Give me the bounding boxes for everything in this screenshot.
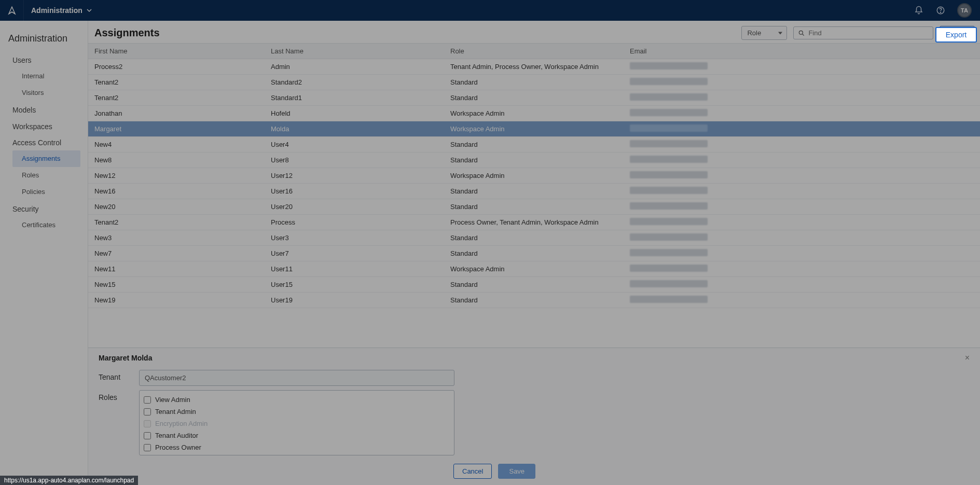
nav-group[interactable]: Access Control — [0, 134, 88, 150]
nav-group[interactable]: Users — [0, 51, 88, 68]
column-header[interactable]: Last Name — [265, 44, 444, 59]
table-row[interactable]: New19User19Standard — [88, 293, 980, 308]
table-row[interactable]: New16User16Standard — [88, 184, 980, 199]
table-row[interactable]: New4User4Standard — [88, 137, 980, 153]
role-option-label: View Admin — [155, 396, 190, 404]
role-checkbox[interactable] — [144, 396, 151, 404]
nav-item[interactable]: Internal — [0, 68, 88, 85]
table-row[interactable]: New3User3Standard — [88, 230, 980, 246]
role-filter-dropdown[interactable]: Role — [741, 26, 787, 40]
role-option: Encryption Admin — [143, 418, 451, 429]
table-cell: User16 — [265, 184, 444, 199]
role-checkbox[interactable] — [144, 408, 151, 415]
table-row[interactable]: Tenant2Standard1Standard — [88, 90, 980, 106]
email-cell — [624, 246, 980, 261]
table-row[interactable]: New8User8Standard — [88, 153, 980, 168]
help-icon[interactable] — [935, 5, 946, 16]
table-row[interactable]: New11User11Workspace Admin — [88, 261, 980, 277]
role-option[interactable]: Tenant Auditor — [143, 429, 451, 441]
email-cell — [624, 90, 980, 106]
table-cell: User20 — [265, 199, 444, 215]
nav-group[interactable]: Workspaces — [0, 118, 88, 134]
table-cell: New4 — [88, 137, 265, 153]
table-cell: Process2 — [88, 59, 265, 75]
email-cell — [624, 75, 980, 90]
table-cell: Standard — [444, 75, 624, 90]
column-header[interactable]: First Name — [88, 44, 265, 59]
app-logo[interactable] — [0, 0, 24, 21]
role-option[interactable]: Tenant Admin — [143, 406, 451, 418]
close-icon[interactable]: × — [965, 353, 970, 363]
topbar: Administration TA — [0, 0, 980, 21]
role-option[interactable]: Process Owner — [143, 441, 451, 453]
nav-item[interactable]: Policies — [0, 184, 88, 200]
redacted-email — [630, 296, 708, 303]
nav-item[interactable]: Assignments — [12, 150, 80, 167]
roles-listbox[interactable]: View AdminTenant AdminEncryption AdminTe… — [139, 390, 454, 455]
table-cell: Margaret — [88, 121, 265, 137]
save-button[interactable]: Save — [498, 464, 535, 479]
nav-item[interactable]: Visitors — [0, 85, 88, 101]
table-cell: Standard — [444, 153, 624, 168]
table-row[interactable]: Process2AdminTenant Admin, Process Owner… — [88, 59, 980, 75]
role-option-label: Tenant Admin — [155, 408, 196, 415]
role-checkbox[interactable] — [144, 444, 151, 451]
redacted-email — [630, 171, 708, 178]
table-cell: User7 — [265, 246, 444, 261]
role-checkbox[interactable] — [144, 432, 151, 439]
email-cell — [624, 106, 980, 121]
nav-item[interactable]: Certificates — [0, 217, 88, 233]
tenant-input[interactable] — [139, 370, 454, 386]
table-cell: Tenant2 — [88, 215, 265, 230]
notifications-icon[interactable] — [914, 5, 924, 16]
table-cell: Standard — [444, 277, 624, 293]
column-header[interactable]: Email — [624, 44, 980, 59]
nav-group[interactable]: Models — [0, 101, 88, 118]
table-cell: User12 — [265, 168, 444, 184]
redacted-email — [630, 280, 708, 287]
column-header[interactable]: Role — [444, 44, 624, 59]
email-cell — [624, 184, 980, 199]
detail-panel: Margaret Molda × Tenant Roles View Admin… — [88, 348, 980, 485]
detail-user-name: Margaret Molda — [99, 354, 152, 362]
table-cell: User3 — [265, 230, 444, 246]
table-cell: Admin — [265, 59, 444, 75]
content: Assignments Role Export First NameLast N… — [88, 21, 980, 485]
nav-item[interactable]: Roles — [0, 167, 88, 184]
table-cell: New20 — [88, 199, 265, 215]
email-cell — [624, 199, 980, 215]
table-row[interactable]: New7User7Standard — [88, 246, 980, 261]
email-cell — [624, 293, 980, 308]
export-button-highlight[interactable]: Export — [935, 27, 977, 43]
table-cell: Standard — [444, 199, 624, 215]
table-row[interactable]: New20User20Standard — [88, 199, 980, 215]
table-row[interactable]: MargaretMoldaWorkspace Admin — [88, 121, 980, 137]
app-nav-dropdown[interactable]: Administration — [24, 6, 92, 15]
search-input[interactable] — [808, 29, 929, 37]
table-cell: User11 — [265, 261, 444, 277]
table-row[interactable]: Tenant2Standard2Standard — [88, 75, 980, 90]
table-row[interactable]: JonathanHofeldWorkspace Admin — [88, 106, 980, 121]
cancel-button[interactable]: Cancel — [453, 464, 492, 479]
email-cell — [624, 230, 980, 246]
table-cell: Tenant Admin, Process Owner, Workspace A… — [444, 59, 624, 75]
avatar[interactable]: TA — [957, 3, 972, 18]
table-cell: User19 — [265, 293, 444, 308]
table-row[interactable]: New15User15Standard — [88, 277, 980, 293]
role-option[interactable]: View Admin — [143, 394, 451, 406]
sidebar-title: Administration — [0, 29, 88, 51]
table-cell: New16 — [88, 184, 265, 199]
table-cell: Molda — [265, 121, 444, 137]
table-row[interactable]: New12User12Workspace Admin — [88, 168, 980, 184]
page-title: Assignments — [94, 27, 160, 39]
search-box[interactable] — [793, 26, 933, 39]
redacted-email — [630, 218, 708, 225]
table-cell: Standard — [444, 246, 624, 261]
redacted-email — [630, 93, 708, 101]
table-cell: New8 — [88, 153, 265, 168]
table-row[interactable]: Tenant2ProcessProcess Owner, Tenant Admi… — [88, 215, 980, 230]
table-cell: Tenant2 — [88, 75, 265, 90]
redacted-email — [630, 233, 708, 241]
nav-group[interactable]: Security — [0, 200, 88, 217]
redacted-email — [630, 249, 708, 256]
